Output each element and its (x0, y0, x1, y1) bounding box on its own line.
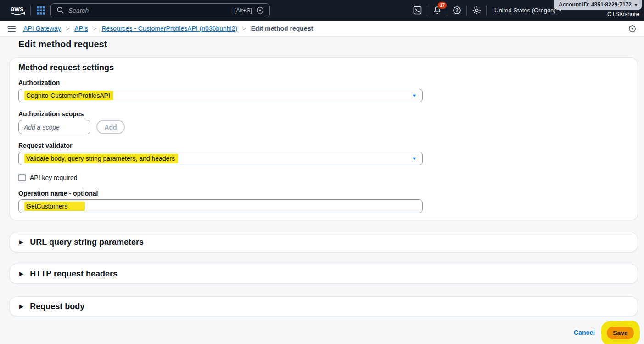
breadcrumb-separator: > (66, 25, 70, 32)
aws-logo-text: aws (11, 5, 23, 12)
divider (427, 6, 427, 16)
notifications-bell-icon[interactable]: 17 (431, 5, 442, 16)
breadcrumb: API Gateway > APIs > Resources - Custome… (23, 25, 313, 32)
section-label: Request body (30, 302, 84, 311)
search-placeholder: Search (68, 7, 234, 14)
breadcrumb-current-page: Edit method request (251, 25, 313, 32)
scope-input[interactable] (18, 120, 90, 134)
search-icon (56, 6, 64, 14)
top-nav-bar: aws Search [Alt+S] (0, 0, 644, 21)
request-validator-label: Request validator (18, 142, 72, 149)
breadcrumb-resources[interactable]: Resources - CustomerProfilesAPI (n036bun… (101, 25, 237, 32)
search-scope-icon (256, 6, 264, 14)
cloudshell-icon[interactable] (412, 5, 423, 16)
page-title: Edit method request (18, 39, 107, 50)
page-settings-icon[interactable] (628, 25, 636, 33)
chevron-down-icon: ▾ (635, 2, 637, 7)
breadcrumb-api-gateway[interactable]: API Gateway (23, 25, 61, 32)
breadcrumb-separator: > (93, 25, 97, 32)
operation-name-value: GetCustomers (24, 202, 85, 211)
expand-triangle-icon: ▶ (19, 303, 23, 310)
aws-logo[interactable]: aws (9, 4, 28, 18)
divider (30, 6, 31, 16)
cancel-link[interactable]: Cancel (574, 329, 595, 336)
notifications-count-badge: 17 (437, 1, 447, 9)
select-caret-icon: ▼ (412, 156, 417, 161)
divider (466, 6, 467, 16)
section-url-query-string-parameters[interactable]: ▶ URL query string parameters (9, 232, 638, 252)
search-shortcut-hint: [Alt+S] (234, 7, 252, 14)
method-request-settings-card: Method request settings Authorization Co… (9, 57, 638, 220)
username-label: CTSKishore (607, 11, 639, 17)
select-caret-icon: ▼ (412, 93, 417, 98)
services-grid-icon[interactable] (37, 6, 45, 17)
authorization-label: Authorization (18, 79, 60, 86)
section-request-body[interactable]: ▶ Request body (9, 296, 638, 316)
settings-gear-icon[interactable] (471, 5, 482, 16)
breadcrumb-bar: API Gateway > APIs > Resources - Custome… (0, 21, 644, 37)
authorization-scopes-label: Authorization scopes (18, 110, 84, 118)
side-nav-toggle-icon[interactable] (8, 26, 16, 32)
account-id-label: Account ID: 4351-8229-7172 (559, 1, 632, 8)
breadcrumb-apis[interactable]: APIs (74, 25, 88, 32)
authorization-select[interactable]: Cognito-CustomerProfilesAPI ▼ (18, 89, 423, 102)
request-validator-select[interactable]: Validate body, query string parameters, … (18, 152, 423, 165)
divider (486, 6, 487, 16)
help-icon[interactable]: ? (451, 5, 462, 16)
operation-name-label: Operation name - optional (18, 190, 98, 197)
section-label: URL query string parameters (30, 237, 144, 247)
help-glyph: ? (455, 7, 458, 13)
region-label: United States (Oregon) (494, 7, 556, 14)
region-selector[interactable]: United States (Oregon) ▾ (494, 7, 561, 14)
section-label: HTTP request headers (30, 269, 118, 279)
section-http-request-headers[interactable]: ▶ HTTP request headers (9, 264, 638, 284)
add-scope-button[interactable]: Add (96, 120, 125, 134)
expand-triangle-icon: ▶ (19, 271, 23, 277)
save-button[interactable]: Save (607, 327, 634, 339)
api-key-required-checkbox[interactable] (18, 174, 26, 181)
request-validator-value: Validate body, query string parameters, … (24, 154, 178, 163)
authorization-value: Cognito-CustomerProfilesAPI (24, 91, 113, 100)
expand-triangle-icon: ▶ (19, 239, 23, 245)
card-title: Method request settings (18, 63, 114, 73)
api-key-required-label: API key required (30, 174, 78, 181)
breadcrumb-separator: > (242, 25, 246, 32)
save-button-highlight-area: Save (601, 321, 640, 344)
operation-name-input[interactable]: GetCustomers (18, 199, 423, 213)
global-search-input[interactable]: Search [Alt+S] (50, 3, 270, 17)
aws-console-page: aws Search [Alt+S] (0, 0, 644, 344)
topbar-utilities: 17 ? United States (Oregon) ▾ (412, 0, 561, 21)
account-id-menu[interactable]: Account ID: 4351-8229-7172 ▾ (554, 0, 642, 10)
